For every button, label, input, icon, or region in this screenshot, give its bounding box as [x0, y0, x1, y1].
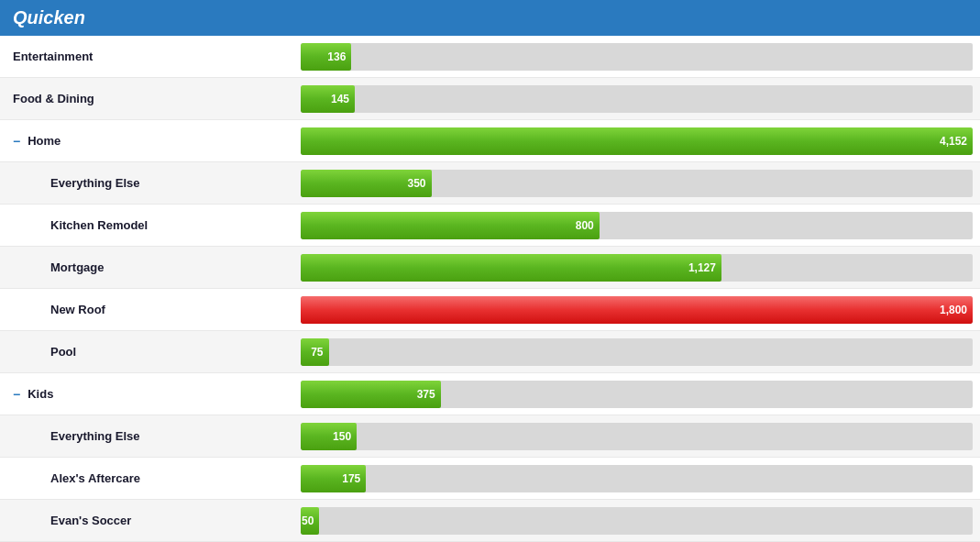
chart-container: Entertainment136Food & Dining145−Home4,1… — [0, 36, 980, 542]
row-kids: −Kids375 — [0, 373, 980, 415]
bar-value-kitchen-remodel: 800 — [576, 219, 594, 232]
label-text-kitchen-remodel: Kitchen Remodel — [50, 218, 148, 232]
bar-fill-kids: 375 — [301, 381, 441, 408]
bar-fill-kitchen-remodel: 800 — [301, 212, 600, 239]
bar-value-everything-else-kids: 150 — [333, 430, 351, 443]
label-kids[interactable]: −Kids — [0, 387, 293, 402]
bar-track-alexs-aftercare: 175 — [301, 465, 973, 492]
bar-fill-food-dining: 145 — [301, 85, 355, 113]
bar-track-food-dining: 145 — [301, 85, 973, 113]
bar-col-evans-soccer: 50 — [293, 502, 980, 540]
bar-col-kids: 375 — [293, 375, 980, 414]
collapse-icon[interactable]: − — [13, 387, 20, 402]
row-home: −Home4,152 — [0, 120, 980, 162]
bar-col-everything-else-home: 350 — [293, 164, 980, 203]
bar-fill-everything-else-home: 350 — [301, 170, 432, 197]
bar-value-alexs-aftercare: 175 — [342, 472, 360, 485]
bar-fill-alexs-aftercare: 175 — [301, 465, 366, 492]
collapse-icon[interactable]: − — [13, 134, 20, 149]
label-text-everything-else-kids: Everything Else — [50, 429, 140, 443]
label-text-entertainment: Entertainment — [13, 50, 93, 63]
label-pool: Pool — [0, 345, 293, 359]
bar-value-pool: 75 — [311, 346, 323, 359]
bar-fill-evans-soccer: 50 — [301, 507, 319, 535]
row-pool: Pool75 — [0, 331, 980, 373]
bar-value-mortgage: 1,127 — [688, 261, 716, 274]
bar-fill-mortgage: 1,127 — [301, 254, 721, 282]
label-home[interactable]: −Home — [0, 134, 293, 149]
bar-col-pool: 75 — [293, 333, 980, 371]
label-text-alexs-aftercare: Alex's Aftercare — [50, 471, 140, 485]
bar-col-mortgage: 1,127 — [293, 249, 980, 287]
bar-track-new-roof: 1,800 — [301, 296, 973, 324]
bar-value-kids: 375 — [417, 388, 435, 401]
bar-value-everything-else-home: 350 — [407, 177, 425, 190]
bar-fill-new-roof: 1,800 — [301, 296, 973, 324]
label-everything-else-home: Everything Else — [0, 176, 293, 190]
bar-col-alexs-aftercare: 175 — [293, 459, 980, 498]
bar-track-kids: 375 — [301, 381, 973, 408]
bar-track-entertainment: 136 — [301, 43, 973, 71]
bar-fill-pool: 75 — [301, 338, 329, 366]
label-everything-else-kids: Everything Else — [0, 429, 293, 443]
label-text-new-roof: New Roof — [50, 303, 105, 316]
label-text-kids: Kids — [28, 387, 53, 401]
bar-track-kitchen-remodel: 800 — [301, 212, 973, 239]
bar-value-entertainment: 136 — [327, 50, 346, 63]
row-mortgage: Mortgage1,127 — [0, 247, 980, 289]
label-food-dining: Food & Dining — [0, 92, 293, 105]
label-entertainment: Entertainment — [0, 50, 293, 63]
row-kitchen-remodel: Kitchen Remodel800 — [0, 205, 980, 247]
bar-track-everything-else-kids: 150 — [301, 423, 973, 450]
bar-col-home: 4,152 — [293, 122, 980, 160]
bar-value-evans-soccer: 50 — [302, 514, 314, 527]
label-new-roof: New Roof — [0, 303, 293, 316]
row-entertainment: Entertainment136 — [0, 36, 980, 78]
bar-col-entertainment: 136 — [293, 38, 980, 76]
bar-col-new-roof: 1,800 — [293, 291, 980, 329]
bar-fill-everything-else-kids: 150 — [301, 423, 357, 450]
row-alexs-aftercare: Alex's Aftercare175 — [0, 458, 980, 500]
bar-value-home: 4,152 — [940, 135, 967, 148]
row-new-roof: New Roof1,800 — [0, 289, 980, 331]
row-everything-else-kids: Everything Else150 — [0, 415, 980, 458]
row-evans-soccer: Evan's Soccer50 — [0, 500, 980, 542]
bar-track-mortgage: 1,127 — [301, 254, 973, 282]
bar-col-food-dining: 145 — [293, 80, 980, 118]
label-text-evans-soccer: Evan's Soccer — [50, 514, 131, 527]
label-text-food-dining: Food & Dining — [13, 92, 94, 105]
app-title: Quicken — [13, 7, 85, 28]
bar-track-pool: 75 — [301, 338, 973, 366]
label-kitchen-remodel: Kitchen Remodel — [0, 218, 293, 232]
row-everything-else-home: Everything Else350 — [0, 162, 980, 205]
bar-track-home: 4,152 — [301, 127, 973, 155]
bar-col-everything-else-kids: 150 — [293, 417, 980, 456]
bar-track-everything-else-home: 350 — [301, 170, 973, 197]
bar-col-kitchen-remodel: 800 — [293, 206, 980, 245]
label-evans-soccer: Evan's Soccer — [0, 514, 293, 527]
label-text-mortgage: Mortgage — [50, 260, 105, 274]
label-mortgage: Mortgage — [0, 260, 293, 274]
label-text-home: Home — [28, 134, 61, 148]
bar-value-new-roof: 1,800 — [940, 304, 967, 316]
app-header: Quicken — [0, 0, 980, 36]
bar-fill-entertainment: 136 — [301, 43, 351, 71]
label-alexs-aftercare: Alex's Aftercare — [0, 471, 293, 485]
label-text-pool: Pool — [50, 345, 76, 359]
bar-track-evans-soccer: 50 — [301, 507, 973, 535]
bar-fill-home: 4,152 — [301, 127, 973, 155]
bar-value-food-dining: 145 — [331, 93, 349, 105]
row-food-dining: Food & Dining145 — [0, 78, 980, 120]
label-text-everything-else-home: Everything Else — [50, 176, 140, 190]
